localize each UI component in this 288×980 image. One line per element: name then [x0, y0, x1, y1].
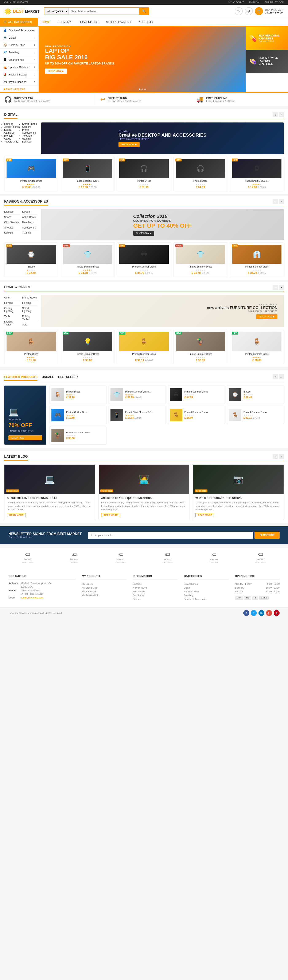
footer-addresses[interactable]: My Addresses: [82, 590, 127, 593]
featured-product-2[interactable]: 👕 Printed Summer Dress... ★★★★★ £ 34.78 …: [108, 385, 165, 404]
footer-new-products[interactable]: New Products: [133, 586, 178, 590]
brand-1[interactable]: 🏷 BRAND LOGO DEMO: [22, 552, 33, 563]
sidebar-item-home[interactable]: 🏠Home & Office ›: [0, 41, 38, 49]
my-account-link[interactable]: MY ACCOUNT: [228, 1, 244, 3]
brand-3[interactable]: 🏷 BRAND LOGO DEMO: [116, 552, 126, 563]
product-lamp[interactable]: NEW 💡 Printed Summer Dress ★★★★★ £ 36.60: [61, 330, 115, 364]
brand-5[interactable]: 🏷 BRAND LOGO DEMO: [209, 552, 219, 563]
sidebar-photo[interactable]: Photo Accessories: [22, 128, 38, 134]
footer-email[interactable]: admin@themeco.com: [21, 597, 43, 599]
home-dining[interactable]: Dining Room: [22, 295, 38, 301]
fashion-clogs[interactable]: Clog Sandals: [4, 220, 20, 225]
product-summer-dress-4[interactable]: HOT 👔 Printed Summer Dress ★★★★★ £ 34.78…: [230, 242, 284, 277]
featured-product-8[interactable]: 🪑 Printed Summer Dress ★★★★★ £ 31.11 £ 3…: [227, 406, 284, 424]
fashion-clothing[interactable]: Clothing: [4, 231, 20, 235]
fashion-shoulder[interactable]: Shoulder: [4, 225, 20, 231]
featured-product-7[interactable]: 🪑 Printed Summer Dress ★★★★★ £ 36.60: [168, 406, 225, 424]
footer-cat-jewellery[interactable]: Jewellery: [184, 593, 229, 597]
home-ceiling[interactable]: Ceiling Lighting: [4, 305, 20, 314]
product-phone[interactable]: HOT 📱 Faded Short Sleeves... ★★★★★ £ 17.…: [61, 157, 115, 191]
featured-product-4[interactable]: ⌚ Blouse ★★★★★ £ 32.40: [227, 385, 284, 404]
hero-side-banner-2[interactable]: 👒 NEW ARRIVALS FASHION 20% OFF: [246, 50, 288, 73]
hero-side-banner-1[interactable]: 💊 SILK GEROVITAL HAPPINESS Get up to £ 3…: [246, 27, 288, 50]
sidebar-more-btn[interactable]: ◉ More Categories: [0, 86, 38, 92]
home-lighting[interactable]: Lighting: [4, 301, 20, 305]
home-prev-btn[interactable]: ‹: [273, 285, 278, 290]
blog-post-2[interactable]: 👩‍💻 Jul 26, 2016 ANSWERS TO YOUR QUESTIO…: [99, 465, 189, 520]
featured-product-9[interactable]: 🦆 Printed Summer Dress ★★★★★ £ 36.60: [49, 426, 107, 445]
product-ctrl[interactable]: HOT 🎮 Printed Chiffon Dress ★★★★★ £ 19.6…: [4, 157, 58, 191]
footer-credit[interactable]: My Credit Slips: [82, 586, 127, 590]
blog-post-3[interactable]: 📷 Jul 26, 2016 WHAT IS BOOTSTRAP? - THE …: [193, 465, 284, 520]
fashion-accessories[interactable]: Accessories: [22, 225, 38, 231]
sidebar-item-smartphones[interactable]: 📱Smartphones ›: [0, 56, 38, 64]
product-chair2[interactable]: NEW 🪑 Printed Summer Dress ★★★★★ £ 31.11…: [117, 330, 171, 364]
sidebar-apple[interactable]: Apple Phones: [4, 126, 20, 128]
blog-post-1[interactable]: 💻 Jul 26, 2016 SHARE THE LOVE FOR PRESTA…: [4, 465, 95, 520]
all-categories-btn[interactable]: ☰ ALL CATEGORIES: [0, 18, 38, 26]
social-linkedin[interactable]: in: [258, 610, 264, 616]
featured-product-5[interactable]: 🎮 Printed Chiffon Dress ★★★★★ £ 19.68: [49, 406, 107, 424]
blog-readmore-3[interactable]: READ MORE: [196, 513, 214, 517]
sidebar-camera[interactable]: Camera: [22, 126, 38, 128]
fashion-tshirts[interactable]: T-Shirts: [22, 231, 38, 235]
sidebar-towers[interactable]: Towers Only: [4, 140, 20, 143]
digital-banner-cta[interactable]: SHOP NOW ▶: [118, 142, 140, 147]
brand-4[interactable]: 🏷 BRAND LOGO DEMO: [162, 552, 172, 563]
featured-tab-main[interactable]: FEATURED PRODUCTS: [4, 374, 38, 381]
featured-product-6[interactable]: 📱 Faded Short Sleeves T-S... ★★★★★ £ 17.…: [108, 406, 165, 424]
home-lighting2[interactable]: Lighting: [22, 301, 38, 305]
nav-payment[interactable]: SECURE PAYMENT: [102, 18, 135, 27]
language-select[interactable]: ENGLISH: [249, 1, 259, 3]
newsletter-subscribe-btn[interactable]: SUBSCRIBE: [255, 531, 280, 539]
featured-tab-bestseller[interactable]: BESTSELLER: [58, 374, 78, 381]
sidebar-smartphone[interactable]: Smart Phone: [22, 123, 38, 126]
social-pinterest[interactable]: p: [274, 610, 280, 616]
home-table[interactable]: Table: [4, 314, 20, 319]
fashion-prev-btn[interactable]: ‹: [273, 199, 278, 204]
sidebar-item-health[interactable]: 💄Health & Beauty ›: [0, 71, 38, 78]
blog-readmore-2[interactable]: READ MORE: [101, 513, 120, 517]
search-category-select[interactable]: All Categories: [44, 8, 68, 14]
sidebar-memory[interactable]: Memory Cards: [4, 134, 20, 140]
home-chair[interactable]: Chair: [4, 295, 20, 301]
hero-cta[interactable]: SHOP NOW ▶: [45, 68, 67, 74]
nav-about[interactable]: ABOUT US: [135, 18, 156, 27]
product-decor[interactable]: NEW 🦆 Printed Summer Dress ★★★★★ £ 36.60: [173, 330, 228, 364]
fashion-banner[interactable]: Collection 2016 CLOTHING FOR WOMEN'S GET…: [41, 209, 284, 240]
product-table[interactable]: NEW 🪑 Printed Dress ★★★★★ £ 31.20: [4, 330, 58, 364]
nav-delivery[interactable]: DELIVERY: [54, 18, 75, 27]
product-summer-dress-1[interactable]: SALE 👕 Printed Summer Dress ★★★★★ £ 34.7…: [61, 242, 115, 277]
home-next-btn[interactable]: ›: [279, 285, 284, 290]
fashion-sweater[interactable]: Sweater: [22, 209, 38, 215]
home-drafting[interactable]: Drafting Tables: [4, 319, 20, 327]
digital-next-btn[interactable]: ›: [279, 112, 284, 117]
home-banner[interactable]: new arrivals new arrivals FURNITURE COLL…: [41, 295, 284, 327]
product-headphones2[interactable]: HOT 🎧 Printed Dress ★★★★★ £ 61.19: [173, 157, 228, 191]
product-summer-dress-2[interactable]: HOT 🕶 Printed Summer Dress ★★★★★ £ 34.78…: [117, 242, 171, 277]
footer-orders[interactable]: My Orders: [82, 582, 127, 586]
search-input[interactable]: [68, 8, 139, 14]
product-monitor[interactable]: HOT 🖥 Faded Short Sleeves... ★★★★★ £ 17.…: [230, 157, 284, 191]
footer-sitemap[interactable]: Sitemap: [133, 597, 178, 601]
home-sofa[interactable]: Sofa: [22, 322, 38, 327]
digital-banner[interactable]: Creative Creative DESKTOP AND ACCESSORIE…: [41, 123, 284, 154]
featured-product-1[interactable]: 🪑 Printed Dress ★★★★★ £ 31.20: [49, 385, 107, 404]
compare-button[interactable]: ⇄: [245, 7, 253, 15]
cart-section[interactable]: 🛒 SHOPPING CART 0 Item - £ 0.00: [255, 7, 284, 15]
fashion-handbags[interactable]: Handbags: [22, 220, 38, 225]
home-banner-cta[interactable]: SHOP NOW ▶: [256, 314, 277, 319]
nav-home[interactable]: HOME: [38, 18, 54, 27]
logo[interactable]: 🌟 BEST MARKET: [4, 8, 40, 15]
sidebar-gaming[interactable]: Gaming Desktop: [22, 137, 38, 143]
sidebar-cameras[interactable]: Digital Cameras: [4, 128, 20, 134]
featured-tab-onsale[interactable]: ONSALE: [42, 374, 54, 381]
sidebar-laptops[interactable]: Laptops: [4, 123, 20, 126]
sidebar-item-digital[interactable]: 💻Digital ›: [0, 34, 38, 41]
sidebar-item-fashion[interactable]: 👗Fashion & Accessories ›: [0, 27, 38, 34]
blog-next-btn[interactable]: ›: [279, 454, 284, 459]
footer-cat-home[interactable]: Home & Office: [184, 590, 229, 593]
fashion-boots[interactable]: Ankle Boots: [22, 215, 38, 220]
footer-cat-digital[interactable]: Digital: [184, 586, 229, 590]
social-google[interactable]: g+: [266, 610, 272, 616]
